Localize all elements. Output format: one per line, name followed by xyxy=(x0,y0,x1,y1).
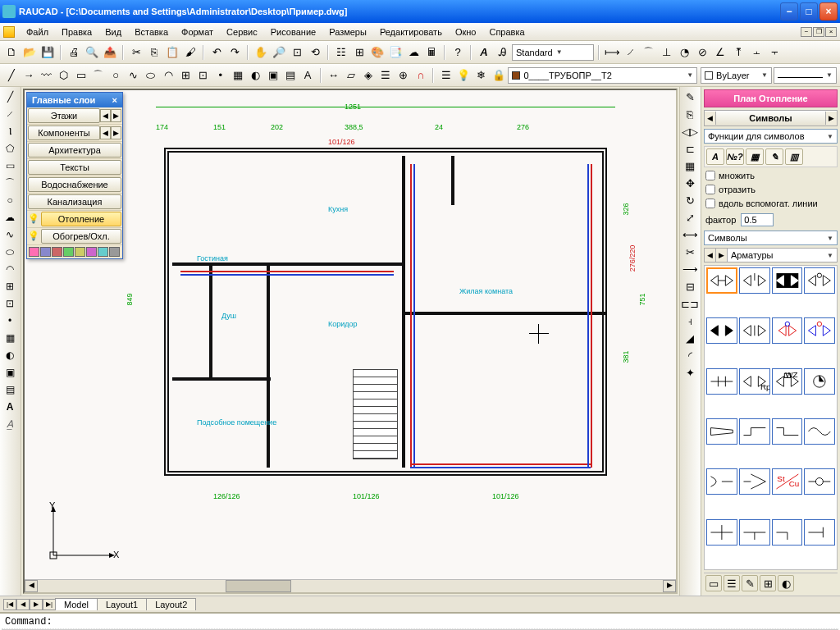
menu-tools[interactable]: Сервис xyxy=(220,25,264,39)
mdi-close-button[interactable]: × xyxy=(825,27,837,37)
fn-help-icon[interactable]: №? xyxy=(726,148,744,165)
circle-tool-icon[interactable]: ○ xyxy=(2,192,18,208)
symbol-valve-1[interactable] xyxy=(706,267,737,294)
symbol-cap[interactable] xyxy=(804,519,835,546)
tab-last-icon[interactable]: ▶| xyxy=(43,599,56,610)
erase-icon[interactable]: ✎ xyxy=(682,89,698,105)
bulb-icon[interactable]: 💡 xyxy=(28,213,39,225)
layer-floors-button[interactable]: Этажи xyxy=(28,108,100,123)
list-icon[interactable]: ☰ xyxy=(378,67,394,84)
array-icon[interactable]: ▦ xyxy=(682,158,698,174)
color-chip[interactable] xyxy=(98,247,108,257)
help-icon[interactable]: ? xyxy=(450,44,466,61)
symbol-valve-8[interactable] xyxy=(804,317,835,344)
color-chip[interactable] xyxy=(109,247,120,257)
fn-grid-icon[interactable]: ▦ xyxy=(746,148,764,165)
circle-icon[interactable]: ○ xyxy=(108,67,124,84)
spline-tool-icon[interactable]: ∿ xyxy=(2,226,18,243)
color-chip[interactable] xyxy=(40,247,51,257)
table-tool-icon[interactable]: ▤ xyxy=(2,381,18,398)
symbol-wave[interactable] xyxy=(804,418,835,445)
layer-nav-next[interactable]: ▶ xyxy=(111,126,121,139)
color-chip[interactable] xyxy=(52,247,62,257)
functions-dropdown[interactable]: Функции для символов ▼ xyxy=(704,129,838,144)
distance-icon[interactable]: ↔ xyxy=(326,67,341,84)
mirror-checkbox[interactable]: отразить xyxy=(704,184,838,195)
color-chip[interactable] xyxy=(86,247,97,257)
menu-edit[interactable]: Правка xyxy=(55,25,98,39)
linetype-dropdown[interactable]: ▼ xyxy=(774,67,837,84)
chamfer-icon[interactable]: ◢ xyxy=(682,330,698,346)
text-style-dropdown[interactable]: Standard ▼ xyxy=(512,44,594,61)
panel-tool-1-icon[interactable]: ▭ xyxy=(705,575,722,591)
layer-nav-prev[interactable]: ◀ xyxy=(100,109,111,122)
multiply-checkbox[interactable]: множить xyxy=(704,170,838,181)
scale-icon[interactable]: ⤢ xyxy=(682,209,698,226)
rotate-icon[interactable]: ↻ xyxy=(682,192,698,208)
symbol-conn[interactable] xyxy=(804,468,835,495)
factor-input[interactable] xyxy=(741,213,774,226)
xline-tool-icon[interactable]: ⟋ xyxy=(2,106,18,122)
menu-window[interactable]: Окно xyxy=(449,25,483,39)
undo-icon[interactable]: ↶ xyxy=(208,44,225,61)
layer-freeze-icon[interactable]: ❄ xyxy=(473,67,489,84)
dim-linear-icon[interactable]: ⟼ xyxy=(604,44,620,61)
next-category-icon[interactable]: ▶ xyxy=(716,249,728,262)
tab-layout2[interactable]: Layout2 xyxy=(146,598,196,610)
design-center-icon[interactable]: ⊞ xyxy=(351,44,368,61)
symbol-reducer-1[interactable] xyxy=(706,418,737,445)
layer-dropdown[interactable]: 0____ТРУБОПР__Т2 ▼ xyxy=(508,67,697,84)
section-next-icon[interactable]: ▶ xyxy=(825,112,837,125)
close-button[interactable]: × xyxy=(819,2,838,21)
fn-a-icon[interactable]: A xyxy=(706,148,724,165)
menu-help[interactable]: Справка xyxy=(482,25,531,39)
tab-layout1[interactable]: Layout1 xyxy=(97,598,147,610)
fillet-icon[interactable]: ◜ xyxy=(682,347,698,363)
panel-tool-4-icon[interactable]: ⊞ xyxy=(760,575,776,591)
open-icon[interactable]: 📂 xyxy=(21,44,38,61)
menu-view[interactable]: Вид xyxy=(98,25,128,39)
prev-category-icon[interactable]: ◀ xyxy=(705,249,716,262)
layers-panel-header[interactable]: Главные слои × xyxy=(27,93,122,107)
symbol-tee[interactable] xyxy=(739,519,770,546)
layer-water-button[interactable]: Водоснабжение xyxy=(28,177,121,192)
arc-icon[interactable]: ⌒ xyxy=(90,67,106,84)
mass-icon[interactable]: ◈ xyxy=(360,67,376,84)
color-chip[interactable] xyxy=(63,247,74,257)
color-chip[interactable] xyxy=(75,247,85,257)
panel-tool-5-icon[interactable]: ◐ xyxy=(778,575,794,591)
layer-bulb-icon[interactable]: 💡 xyxy=(456,67,472,84)
zoom-prev-icon[interactable]: ⟲ xyxy=(307,44,323,61)
dim-continue-icon[interactable]: ⫟ xyxy=(766,44,783,61)
mtext-icon[interactable]: A xyxy=(300,67,316,84)
layer-hvac-button[interactable]: Обогрев/Охл. xyxy=(41,229,121,244)
pline-tool-icon[interactable]: Ⲓ xyxy=(2,123,18,139)
arc-tool-icon[interactable]: ⌒ xyxy=(2,175,18,191)
extend-icon[interactable]: ⟶ xyxy=(682,261,698,277)
symbol-valve-2[interactable] xyxy=(739,267,770,294)
fn-bars-icon[interactable]: ▥ xyxy=(785,148,803,165)
tool-palette-icon[interactable]: 🎨 xyxy=(369,44,386,61)
mdi-minimize-button[interactable]: − xyxy=(801,27,812,37)
panel-close-icon[interactable]: × xyxy=(112,95,117,105)
panel-tool-3-icon[interactable]: ✎ xyxy=(742,575,758,591)
polygon-tool-icon[interactable]: ⬠ xyxy=(2,140,18,157)
layer-texts-button[interactable]: Тексты xyxy=(28,160,121,175)
dim-quick-icon[interactable]: ⤒ xyxy=(730,44,746,61)
make-block-icon[interactable]: ⊡ xyxy=(195,67,211,84)
layer-props-icon[interactable]: ☰ xyxy=(438,67,454,84)
magnet-icon[interactable]: ∩ xyxy=(413,67,428,84)
dim-baseline-icon[interactable]: ⫠ xyxy=(748,44,765,61)
scroll-left-icon[interactable]: ◀ xyxy=(25,580,38,592)
area-icon[interactable]: ▱ xyxy=(343,67,358,84)
explode-icon[interactable]: ✦ xyxy=(682,364,698,381)
cut-icon[interactable]: ✂ xyxy=(128,44,144,61)
panel-tool-2-icon[interactable]: ☰ xyxy=(724,575,740,591)
stretch-icon[interactable]: ⟷ xyxy=(682,226,698,243)
color-bylayer-dropdown[interactable]: ByLayer ▼ xyxy=(701,67,772,84)
earc-tool-icon[interactable]: ◠ xyxy=(2,261,18,277)
match-props-icon[interactable]: 🖌 xyxy=(182,44,199,61)
locate-icon[interactable]: ⊕ xyxy=(395,67,411,84)
symbol-valve-7[interactable] xyxy=(772,317,803,344)
preview-icon[interactable]: 🔍 xyxy=(84,44,100,61)
